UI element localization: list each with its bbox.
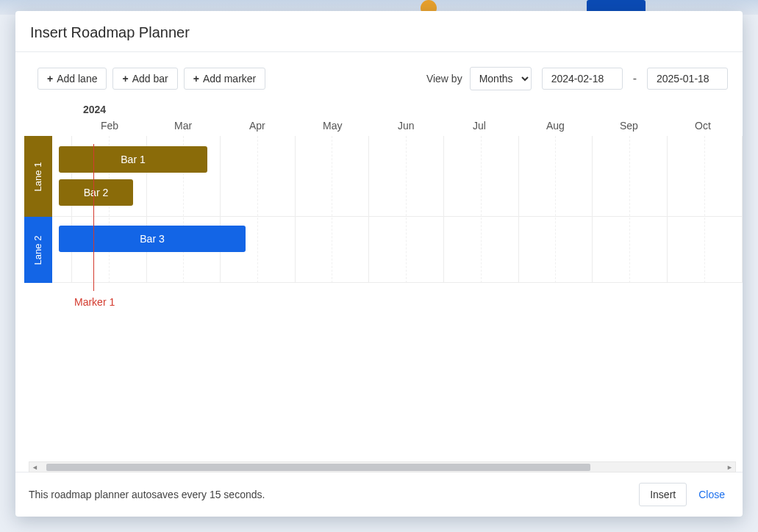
add-bar-label: Add bar [132,73,168,85]
month-label: Feb [101,120,118,132]
modal-footer: This roadmap planner autosaves every 15 … [15,472,743,517]
year-label: 2024 [83,104,106,115]
month-label: Apr [249,120,265,132]
roadmap-area: 2024 FebMarAprMayJunJulAugSepOct Lane 1 … [15,104,743,472]
toolbar: + Add lane + Add bar + Add marker View b… [15,67,743,104]
scroll-left-arrow[interactable]: ◄ [29,464,40,471]
lane-row-1: Bar 1Bar 2 [52,136,743,217]
roadmap-bar[interactable]: Bar 1 [59,146,207,173]
lane-row-2: Bar 3 [52,217,743,283]
lane-tab-2[interactable]: Lane 2 [24,217,52,283]
lane-tabs: Lane 1 Lane 2 [24,136,52,283]
lane-tab-2-label: Lane 2 [33,235,44,265]
add-marker-button[interactable]: + Add marker [184,68,266,90]
date-from-input[interactable] [542,68,623,90]
marker-line[interactable] [93,144,94,291]
horizontal-scrollbar[interactable]: ◄ ► [29,461,736,472]
scrollbar-thumb[interactable] [46,464,590,471]
add-lane-button[interactable]: + Add lane [37,68,107,90]
modal-title: Insert Roadmap Planner [30,24,728,41]
roadmap-bar[interactable]: Bar 2 [59,179,133,206]
month-label: Aug [546,120,565,132]
close-button[interactable]: Close [694,484,729,506]
date-to-input[interactable] [647,68,728,90]
month-label: Oct [695,120,711,132]
roadmap-bar[interactable]: Bar 3 [59,226,246,252]
marker-label[interactable]: Marker 1 [74,296,115,308]
add-lane-label: Add lane [57,73,97,85]
autosave-text: This roadmap planner autosaves every 15 … [29,489,632,500]
plus-icon: + [193,73,199,84]
modal-header: Insert Roadmap Planner [15,11,743,52]
add-bar-button[interactable]: + Add bar [112,68,177,90]
date-separator: - [633,72,637,85]
plus-icon: + [47,73,53,84]
lane-tab-1-label: Lane 1 [33,162,44,191]
timeline-header: FebMarAprMayJunJulAugSepOct [52,120,743,136]
lane-tab-1[interactable]: Lane 1 [24,136,52,217]
lane-rows: Bar 1Bar 2 Bar 3 [52,136,743,283]
month-label: Mar [174,120,192,132]
month-label: Jun [398,120,415,132]
view-by-select[interactable]: Months [470,67,532,90]
month-label: May [323,120,342,132]
month-label: Sep [620,120,638,132]
modal-body: + Add lane + Add bar + Add marker View b… [15,52,743,472]
view-by-label: View by [426,73,462,85]
scroll-right-arrow[interactable]: ► [724,464,735,471]
add-marker-label: Add marker [203,73,256,85]
roadmap-planner-modal: Insert Roadmap Planner + Add lane + Add … [15,11,743,517]
month-label: Jul [473,120,486,132]
insert-button[interactable]: Insert [639,483,687,506]
plus-icon: + [122,73,128,84]
